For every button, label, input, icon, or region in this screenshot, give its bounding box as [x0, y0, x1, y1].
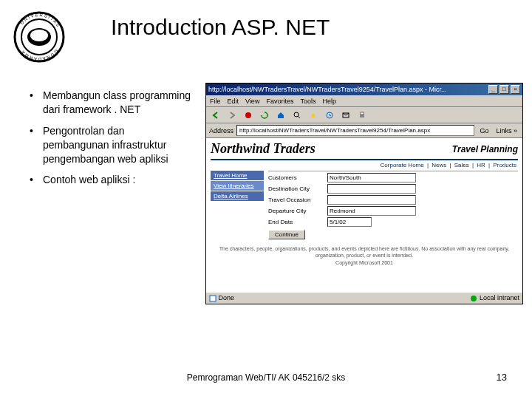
menu-edit[interactable]: Edit	[228, 98, 239, 105]
status-text: Done	[219, 294, 235, 301]
slide-footer: Pemrograman Web/TI/ AK 045216/2 sks	[0, 372, 532, 383]
continue-button[interactable]: Continue	[268, 230, 305, 239]
menu-file[interactable]: File	[210, 98, 221, 105]
maximize-button[interactable]: □	[499, 85, 509, 94]
home-button[interactable]	[274, 109, 287, 122]
sidebar: Travel Home View Itineraries Delta Airli…	[211, 171, 264, 239]
end-date-label: End Date	[268, 219, 327, 225]
nav-products[interactable]: Products	[493, 162, 516, 168]
favorites-icon[interactable]	[307, 109, 320, 122]
brand-logo: Northwind Traders	[211, 141, 316, 157]
nav-hr[interactable]: HR	[477, 162, 485, 168]
menu-favorites[interactable]: Favorites	[266, 98, 293, 105]
menu-view[interactable]: View	[245, 98, 259, 105]
travel-form: CustomersNorth/South Destination City Tr…	[268, 171, 518, 239]
page-number: 13	[497, 372, 507, 383]
svg-point-6	[245, 112, 251, 118]
sidebar-item-delta[interactable]: Delta Airlines	[211, 191, 264, 201]
toolbar	[206, 107, 522, 123]
page-heading: Travel Planning	[452, 144, 518, 154]
links-button[interactable]: Links »	[494, 127, 519, 134]
svg-point-3	[30, 30, 48, 41]
customers-label: Customers	[268, 174, 327, 181]
bullet-text: Contoh web apliksi :	[43, 173, 192, 187]
mail-icon[interactable]	[339, 109, 352, 122]
top-nav: Corporate Home | News | Sales | HR | Pro…	[211, 162, 518, 168]
svg-line-8	[298, 116, 300, 118]
menu-bar: File Edit View Favorites Tools Help	[206, 95, 522, 107]
list-item: •Pengontrolan dan pembangunan infrastruk…	[30, 124, 192, 166]
window-title: http://localhost/NWTradersTravel/NWTrade…	[208, 86, 446, 93]
nav-news[interactable]: News	[432, 162, 446, 168]
sidebar-item-view-itineraries[interactable]: View Itineraries	[211, 181, 264, 191]
svg-rect-13	[210, 296, 216, 301]
disclaimer-text: The characters, people, organizations, p…	[211, 245, 518, 259]
list-item: •Membangun class programming dari framew…	[30, 89, 192, 117]
go-button[interactable]: Go	[477, 127, 491, 134]
page-content: Northwind Traders Travel Planning Corpor…	[206, 138, 522, 292]
nav-corporate-home[interactable]: Corporate Home	[381, 162, 424, 168]
end-date-input[interactable]: 5/1/02	[327, 217, 372, 227]
departure-input[interactable]: Redmond	[327, 206, 416, 216]
bullet-text: Membangun class programming dari framewo…	[43, 89, 192, 117]
menu-tools[interactable]: Tools	[300, 98, 316, 105]
minimize-button[interactable]: _	[488, 85, 498, 94]
history-icon[interactable]	[323, 109, 336, 122]
destination-input[interactable]	[327, 184, 416, 194]
address-bar: Address http://localhost/NWTradersTravel…	[206, 123, 522, 138]
destination-label: Destination City	[268, 185, 327, 192]
occasion-label: Travel Occasion	[268, 197, 327, 203]
status-zone: Local intranet	[470, 294, 519, 302]
copyright-text: Copyright Microsoft 2001	[211, 260, 518, 265]
status-done: Done	[209, 294, 234, 302]
sidebar-item-travel-home[interactable]: Travel Home	[211, 171, 264, 180]
close-button[interactable]: ×	[511, 85, 520, 94]
menu-help[interactable]: Help	[322, 98, 336, 105]
refresh-button[interactable]	[258, 109, 271, 122]
nav-sales[interactable]: Sales	[454, 162, 469, 168]
browser-window: http://localhost/NWTradersTravel/NWTrade…	[205, 83, 523, 304]
bullet-text: Pengontrolan dan pembangunan infrastrukt…	[43, 124, 192, 166]
list-item: •Contoh web apliksi :	[30, 173, 192, 187]
stop-button[interactable]	[242, 109, 255, 122]
university-logo: U N I V E R S I T A S G U N A D A R M A	[13, 11, 65, 63]
bullet-list: •Membangun class programming dari framew…	[30, 89, 192, 194]
address-input[interactable]: http://localhost/NWTradersTravel/NWTrade…	[236, 125, 474, 136]
departure-label: Departure City	[268, 208, 327, 214]
back-button[interactable]	[209, 109, 222, 122]
address-label: Address	[209, 127, 233, 134]
print-icon[interactable]	[355, 109, 369, 122]
slide-title: Introduction ASP. NET	[111, 15, 330, 40]
forward-button[interactable]	[225, 109, 239, 122]
svg-rect-12	[361, 112, 364, 115]
svg-point-14	[471, 296, 477, 301]
zone-text: Local intranet	[480, 294, 519, 301]
customers-select[interactable]: North/South	[327, 173, 416, 183]
status-bar: Done Local intranet	[206, 292, 522, 304]
search-icon[interactable]	[290, 109, 304, 122]
svg-rect-11	[360, 115, 364, 117]
occasion-select[interactable]	[327, 195, 416, 205]
window-titlebar: http://localhost/NWTradersTravel/NWTrade…	[206, 83, 522, 95]
